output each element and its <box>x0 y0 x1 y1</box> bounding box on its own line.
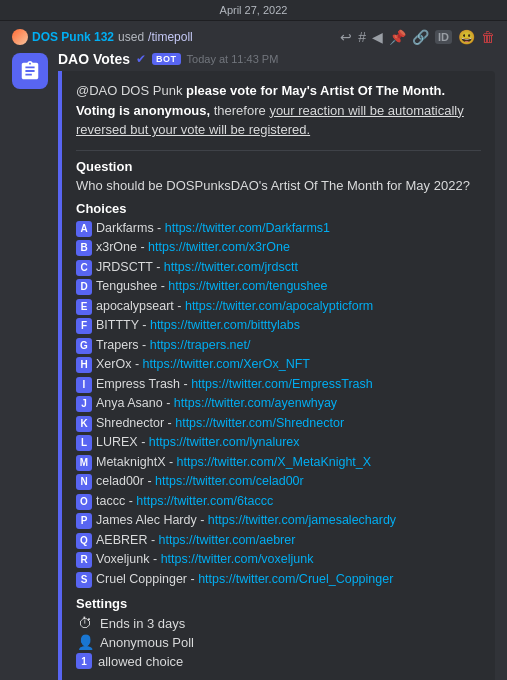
settings-label: allowed choice <box>98 654 183 669</box>
embed-intro: @DAO DOS Punk please vote for May's Arti… <box>76 81 481 140</box>
choice-link[interactable]: https://twitter.com/voxeljunk <box>161 552 314 566</box>
question-text: Who should be DOSPunksDAO's Artist Of Th… <box>76 178 481 193</box>
choice-text: James Alec Hardy - https://twitter.com/j… <box>96 512 396 530</box>
question-section-title: Question <box>76 159 481 174</box>
choices-section-title: Choices <box>76 201 481 216</box>
bot-badge: BOT <box>152 53 181 65</box>
command-text: /timepoll <box>148 30 193 44</box>
choice-link[interactable]: https://twitter.com/XerOx_NFT <box>143 357 310 371</box>
intro-prefix: @DAO DOS Punk <box>76 83 186 98</box>
list-item: I Empress Trash - https://twitter.com/Em… <box>76 376 481 394</box>
settings-icon: ⏱ <box>76 615 94 631</box>
settings-row: ⏱Ends in 3 days <box>76 615 481 631</box>
choice-text: Darkfarms - https://twitter.com/Darkfarm… <box>96 220 330 238</box>
choice-letter: D <box>76 279 92 295</box>
choice-link[interactable]: https://twitter.com/apocalypticform <box>185 299 373 313</box>
list-item: B x3rOne - https://twitter.com/x3rOne <box>76 239 481 257</box>
choice-text: Voxeljunk - https://twitter.com/voxeljun… <box>96 551 313 569</box>
timestamp: Today at 11:43 PM <box>187 53 279 65</box>
intro-therefore: therefore <box>210 103 269 118</box>
list-item: L LUREX - https://twitter.com/lynalurex <box>76 434 481 452</box>
choice-link[interactable]: https://twitter.com/Darkfarms1 <box>165 221 330 235</box>
choice-text: LUREX - https://twitter.com/lynalurex <box>96 434 300 452</box>
list-item: C JRDSCTT - https://twitter.com/jrdsctt <box>76 259 481 277</box>
choice-letter: K <box>76 416 92 432</box>
list-item: F BITTTY - https://twitter.com/bitttylab… <box>76 317 481 335</box>
choice-text: Trapers - https://trapers.net/ <box>96 337 250 355</box>
choice-letter: H <box>76 357 92 373</box>
choice-link[interactable]: https://twitter.com/EmpressTrash <box>191 377 373 391</box>
username[interactable]: DOS Punk 132 <box>32 30 114 44</box>
choice-letter: E <box>76 299 92 315</box>
choice-text: BITTTY - https://twitter.com/bitttylabs <box>96 317 300 335</box>
top-bar: April 27, 2022 <box>0 0 507 21</box>
settings-section-title: Settings <box>76 596 481 611</box>
choice-letter: B <box>76 240 92 256</box>
choices-list: A Darkfarms - https://twitter.com/Darkfa… <box>76 220 481 589</box>
choice-letter: M <box>76 455 92 471</box>
choice-link[interactable]: https://twitter.com/celad00r <box>155 474 304 488</box>
choice-link[interactable]: https://twitter.com/aebrer <box>159 533 296 547</box>
choice-link[interactable]: https://trapers.net/ <box>150 338 251 352</box>
back-icon[interactable]: ◀ <box>372 29 383 45</box>
settings-icon: 1 <box>76 653 92 669</box>
embed: @DAO DOS Punk please vote for May's Arti… <box>58 71 495 680</box>
choice-text: JRDSCTT - https://twitter.com/jrdsctt <box>96 259 298 277</box>
list-item: P James Alec Hardy - https://twitter.com… <box>76 512 481 530</box>
link-icon[interactable]: 🔗 <box>412 29 429 45</box>
choice-letter: N <box>76 474 92 490</box>
message-wrapper: DAO Votes ✔ BOT Today at 11:43 PM @DAO D… <box>12 51 495 680</box>
list-item: K Shrednector - https://twitter.com/Shre… <box>76 415 481 433</box>
message-header: DAO Votes ✔ BOT Today at 11:43 PM <box>58 51 495 67</box>
checkmark-icon: ✔ <box>136 52 146 66</box>
choice-letter: I <box>76 377 92 393</box>
choice-text: Empress Trash - https://twitter.com/Empr… <box>96 376 373 394</box>
choice-letter: G <box>76 338 92 354</box>
choice-link[interactable]: https://twitter.com/Shrednector <box>175 416 344 430</box>
delete-icon[interactable]: 🗑 <box>481 29 495 45</box>
list-item: O taccc - https://twitter.com/6taccc <box>76 493 481 511</box>
user-tag: DOS Punk 132 used /timepoll <box>12 29 193 45</box>
choice-link[interactable]: https://twitter.com/X_MetaKnight_X <box>177 455 372 469</box>
divider-1 <box>76 150 481 151</box>
hashtag-icon[interactable]: # <box>358 29 366 45</box>
emoji-icon[interactable]: 😀 <box>458 29 475 45</box>
choice-letter: S <box>76 572 92 588</box>
dos-icon <box>12 29 28 45</box>
choice-text: Cruel Coppinger - https://twitter.com/Cr… <box>96 571 393 589</box>
choice-link[interactable]: https://twitter.com/lynalurex <box>149 435 300 449</box>
choice-letter: O <box>76 494 92 510</box>
pin-icon[interactable]: 📌 <box>389 29 406 45</box>
choice-link[interactable]: https://twitter.com/jrdsctt <box>164 260 298 274</box>
choice-text: XerOx - https://twitter.com/XerOx_NFT <box>96 356 310 374</box>
bot-avatar <box>12 53 48 89</box>
choice-link[interactable]: https://twitter.com/Cruel_Coppinger <box>198 572 393 586</box>
settings-label: Anonymous Poll <box>100 635 194 650</box>
settings-row: 👤Anonymous Poll <box>76 634 481 650</box>
choice-text: Shrednector - https://twitter.com/Shredn… <box>96 415 344 433</box>
list-item: M MetaknightX - https://twitter.com/X_Me… <box>76 454 481 472</box>
reply-icon[interactable]: ↩ <box>340 29 352 45</box>
choice-link[interactable]: https://twitter.com/bitttylabs <box>150 318 300 332</box>
used-label: used <box>118 30 144 44</box>
choice-letter: L <box>76 435 92 451</box>
settings-icon: 👤 <box>76 634 94 650</box>
list-item: D Tengushee - https://twitter.com/tengus… <box>76 278 481 296</box>
list-item: Q AEBRER - https://twitter.com/aebrer <box>76 532 481 550</box>
choice-letter: A <box>76 221 92 237</box>
choice-link[interactable]: https://twitter.com/x3rOne <box>148 240 290 254</box>
list-item: R Voxeljunk - https://twitter.com/voxelj… <box>76 551 481 569</box>
list-item: H XerOx - https://twitter.com/XerOx_NFT <box>76 356 481 374</box>
list-item: E apocalypseart - https://twitter.com/ap… <box>76 298 481 316</box>
choice-link[interactable]: https://twitter.com/jamesalechardy <box>208 513 396 527</box>
choice-text: MetaknightX - https://twitter.com/X_Meta… <box>96 454 371 472</box>
choice-link[interactable]: https://twitter.com/ayenwhyay <box>174 396 337 410</box>
choice-link[interactable]: https://twitter.com/6taccc <box>136 494 273 508</box>
choice-text: celad00r - https://twitter.com/celad00r <box>96 473 304 491</box>
choice-text: taccc - https://twitter.com/6taccc <box>96 493 273 511</box>
list-item: G Trapers - https://trapers.net/ <box>76 337 481 355</box>
id-icon[interactable]: ID <box>435 30 452 44</box>
choice-text: Tengushee - https://twitter.com/tengushe… <box>96 278 327 296</box>
choice-link[interactable]: https://twitter.com/tengushee <box>168 279 327 293</box>
choice-letter: C <box>76 260 92 276</box>
